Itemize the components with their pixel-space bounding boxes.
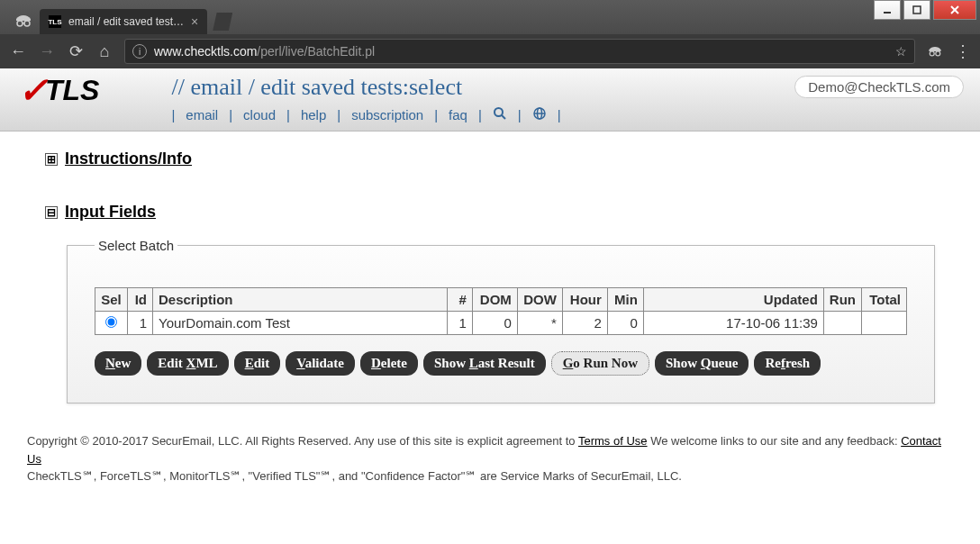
collapse-input-fields-icon[interactable]: ⊟: [45, 206, 58, 219]
row-select-radio[interactable]: [105, 316, 117, 328]
svg-point-7: [930, 51, 934, 56]
tab-close-icon[interactable]: ×: [191, 14, 198, 29]
select-batch-fieldset: Select Batch Sel Id Description # DOM DO…: [67, 238, 935, 403]
url-text: www.checktls.com/perl/live/BatchEdit.pl: [154, 44, 375, 59]
browser-toolbar: ← → ⟳ ⌂ i www.checktls.com/perl/live/Bat…: [0, 34, 980, 68]
svg-point-9: [495, 108, 503, 116]
page-footer: Copyright © 2010-2017 SecurEmail, LLC. A…: [0, 422, 980, 496]
site-nav: | email| cloud| help| subscription| faq|…: [171, 103, 962, 129]
edit-button[interactable]: Edit: [234, 351, 281, 376]
maximize-button[interactable]: [903, 0, 930, 20]
nav-search-icon[interactable]: [493, 106, 507, 123]
bookmark-icon[interactable]: ☆: [895, 44, 907, 59]
go-run-now-button[interactable]: Go Run Now: [551, 351, 649, 376]
back-button[interactable]: ←: [9, 42, 27, 61]
cell-run: [823, 312, 861, 335]
show-queue-button[interactable]: Show Queue: [655, 351, 749, 376]
delete-button[interactable]: Delete: [360, 351, 418, 376]
cell-dom: 0: [472, 312, 517, 335]
table-header-row: Sel Id Description # DOM DOW Hour Min Up…: [95, 288, 907, 312]
browser-tabstrip: TLS email / edit saved test… ×: [0, 0, 980, 34]
new-tab-button[interactable]: [213, 13, 232, 31]
section-input-fields: ⊟ Input Fields: [45, 203, 935, 222]
minimize-button[interactable]: [874, 0, 901, 20]
fieldset-legend: Select Batch: [95, 238, 177, 253]
expand-instructions-icon[interactable]: ⊞: [45, 153, 58, 166]
browser-menu-button[interactable]: ⋮: [955, 41, 971, 61]
user-badge[interactable]: Demo@CheckTLS.com: [794, 76, 964, 98]
window-controls: [874, 0, 976, 20]
section-input-fields-link[interactable]: Input Fields: [65, 203, 156, 222]
nav-faq[interactable]: faq: [449, 107, 467, 122]
th-updated: Updated: [643, 288, 823, 312]
footer-copyright: Copyright © 2010-2017 SecurEmail, LLC. A…: [27, 434, 578, 448]
home-button[interactable]: ⌂: [95, 42, 113, 61]
terms-of-use-link[interactable]: Terms of Use: [578, 434, 648, 448]
footer-text2: We welcome links to our site and any fee…: [650, 434, 901, 448]
browser-tab[interactable]: TLS email / edit saved test… ×: [40, 9, 207, 34]
edit-xml-button[interactable]: Edit XML: [147, 351, 228, 376]
th-id: Id: [128, 288, 153, 312]
show-last-result-button[interactable]: Show Last Result: [423, 351, 546, 376]
forward-button[interactable]: →: [38, 42, 56, 61]
th-run: Run: [823, 288, 861, 312]
cell-dow: *: [517, 312, 562, 335]
nav-email[interactable]: email: [186, 107, 218, 122]
svg-point-5: [24, 21, 30, 26]
section-instructions-link[interactable]: Instructions/Info: [65, 150, 192, 168]
footer-trademarks: CheckTLS℠, ForceTLS℠, MonitorTLS℠, "Veri…: [27, 467, 953, 485]
cell-desc: YourDomain.com Test: [153, 312, 448, 335]
checkmark-icon: ✓: [18, 72, 49, 108]
th-desc: Description: [153, 288, 448, 312]
close-window-button[interactable]: [933, 0, 976, 20]
url-bar[interactable]: i www.checktls.com/perl/live/BatchEdit.p…: [124, 39, 915, 64]
th-count: #: [447, 288, 472, 312]
incognito-badge-icon: [926, 45, 944, 58]
svg-line-10: [502, 115, 505, 119]
table-row: 1 YourDomain.com Test 1 0 * 2 0 17-10-06…: [95, 312, 907, 335]
section-instructions: ⊞ Instructions/Info: [45, 150, 935, 168]
cell-min: 0: [607, 312, 643, 335]
tab-favicon-icon: TLS: [49, 15, 61, 28]
cell-count: 1: [447, 312, 472, 335]
validate-button[interactable]: Validate: [286, 351, 355, 376]
nav-globe-icon[interactable]: [532, 106, 547, 123]
button-row: New Edit XML Edit Validate Delete Show L…: [95, 351, 907, 376]
cell-id: 1: [128, 312, 153, 335]
tab-title: email / edit saved test…: [68, 15, 184, 28]
refresh-button[interactable]: Refresh: [754, 351, 821, 376]
cell-hour: 2: [562, 312, 607, 335]
cell-total: [862, 312, 907, 335]
new-button[interactable]: New: [95, 351, 141, 376]
svg-rect-1: [913, 6, 921, 14]
page-body: ✓TLS // email / edit saved tests:select …: [0, 68, 980, 544]
nav-subscription[interactable]: subscription: [351, 107, 423, 122]
th-dow: DOW: [517, 288, 562, 312]
cell-updated: 17-10-06 11:39: [643, 312, 823, 335]
svg-point-8: [936, 51, 940, 56]
th-hour: Hour: [562, 288, 607, 312]
th-dom: DOM: [472, 288, 517, 312]
site-logo[interactable]: ✓TLS: [18, 72, 99, 108]
th-min: Min: [607, 288, 643, 312]
th-total: Total: [862, 288, 907, 312]
incognito-icon: [7, 7, 40, 34]
site-info-icon[interactable]: i: [132, 44, 147, 59]
nav-cloud[interactable]: cloud: [243, 107, 276, 122]
svg-point-4: [17, 21, 23, 26]
reload-button[interactable]: ⟳: [67, 41, 85, 61]
th-sel: Sel: [95, 288, 128, 312]
nav-help[interactable]: help: [301, 107, 326, 122]
batch-table: Sel Id Description # DOM DOW Hour Min Up…: [95, 287, 907, 335]
